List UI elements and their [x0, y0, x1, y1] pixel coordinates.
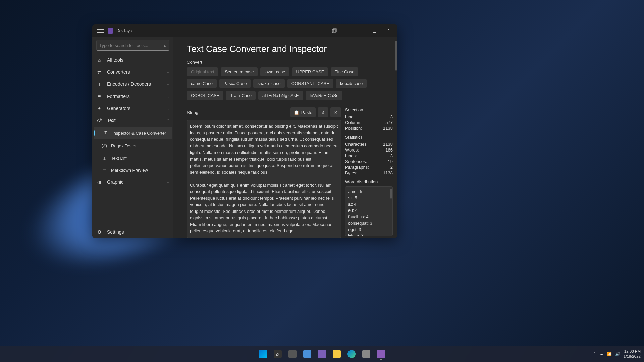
selection-position: 1138	[383, 126, 393, 131]
clear-button[interactable]: ✕	[330, 107, 341, 117]
tray-chevron-icon[interactable]: ⌃	[593, 352, 596, 356]
open-file-button[interactable]: 🗎	[318, 107, 328, 117]
chip-original[interactable]: Original text	[187, 67, 218, 76]
home-icon: ⌂	[96, 57, 102, 63]
chevron-down-icon: ⌄	[167, 180, 169, 184]
chevron-down-icon: ⌄	[167, 95, 169, 98]
taskbar-search[interactable]: ⌕	[271, 347, 284, 361]
chip-camel[interactable]: camelCase	[187, 79, 217, 88]
word-distribution[interactable]: amet: 5 sit: 5 at: 4 eu: 4 faucibus: 4 c…	[345, 186, 393, 236]
stats-lines: 3	[390, 153, 393, 158]
taskbar: ⌕ ⌃ ☁ 📶 🔊 12:00 PM 1/18/2022	[0, 346, 644, 362]
system-tray[interactable]: ⌃ ☁ 📶 🔊	[593, 352, 620, 356]
titlebar: DevToys	[92, 24, 397, 37]
gear-icon: ⚙	[96, 229, 102, 235]
clock[interactable]: 12:00 PM 1/18/2022	[624, 349, 641, 359]
text-content: Lorem ipsum dolor sit amet, consectetur …	[190, 123, 338, 234]
minimize-button[interactable]	[351, 24, 367, 37]
converter-icon: ⇄	[96, 69, 102, 75]
nav-converters[interactable]: ⇄ Converters ⌄	[92, 66, 173, 78]
graphic-icon: ◑	[96, 179, 102, 185]
nav-formatters[interactable]: ≡ Formatters ⌄	[92, 90, 173, 102]
convert-label: Convert	[187, 60, 397, 65]
chip-cobol[interactable]: COBOL-CASE	[187, 91, 223, 100]
formatter-icon: ≡	[96, 93, 102, 99]
stats-chars: 1138	[383, 142, 393, 147]
teams-chat[interactable]	[315, 347, 329, 361]
page-title: Text Case Converter and Inspector	[187, 44, 397, 54]
inspector-icon: T	[103, 131, 108, 135]
chevron-down-icon: ⌄	[167, 82, 169, 86]
sidebar: ⌕ ⌂ All tools ⇄ Converters ⌄ ◫ Encoders …	[92, 37, 173, 238]
regex-icon: (.*)	[102, 143, 107, 148]
nav-all-tools[interactable]: ⌂ All tools	[92, 54, 173, 66]
chip-title[interactable]: Title Case	[331, 67, 358, 76]
search-icon: ⌕	[164, 43, 166, 48]
chip-pascal[interactable]: PascalCase	[219, 79, 251, 88]
file-icon: 🗎	[321, 110, 325, 115]
scrollbar[interactable]	[395, 41, 397, 71]
chip-snake[interactable]: snake_case	[253, 79, 284, 88]
chip-sentence[interactable]: Sentence case	[221, 67, 258, 76]
encoder-icon: ◫	[96, 81, 102, 87]
file-explorer[interactable]	[330, 347, 343, 361]
hamburger-menu[interactable]	[97, 27, 104, 34]
wifi-icon[interactable]: 📶	[607, 352, 612, 356]
search-input[interactable]	[99, 43, 164, 48]
selection-heading: Selection	[345, 107, 393, 112]
search-box[interactable]: ⌕	[96, 40, 169, 51]
devtoys-taskbar[interactable]	[374, 347, 388, 361]
always-on-top-button[interactable]	[328, 24, 341, 37]
chip-constant[interactable]: CONSTANT_CASE	[287, 79, 333, 88]
chip-kebab[interactable]: kebab-case	[336, 79, 367, 88]
task-view[interactable]	[286, 347, 299, 361]
string-label: String	[187, 110, 288, 115]
app-title: DevToys	[116, 28, 132, 33]
stats-sentences: 19	[388, 159, 393, 164]
chip-lower[interactable]: lower case	[260, 67, 289, 76]
volume-icon[interactable]: 🔊	[615, 352, 620, 356]
chip-alternating[interactable]: aLtErNaTiNg cAsE	[258, 91, 303, 100]
clipboard-icon: 📋	[294, 110, 299, 115]
app-icon	[108, 28, 113, 34]
word-dist-heading: Word distribution	[345, 179, 393, 184]
app-window: DevToys ⌕ ⌂ All tools ⇄ Conver	[92, 24, 397, 238]
nav-text-markdown[interactable]: ▭ Markdown Preview	[92, 164, 173, 176]
diff-icon: ◫	[102, 156, 107, 160]
microsoft-store[interactable]	[360, 347, 373, 361]
chip-inverse[interactable]: InVeRsE CaSe	[306, 91, 343, 100]
chevron-up-icon: ⌃	[167, 119, 169, 122]
chip-train[interactable]: Train-Case	[226, 91, 256, 100]
nav-text-inspector[interactable]: T Inspector & Case Converter	[94, 127, 172, 139]
chip-upper[interactable]: UPPER CASE	[292, 67, 328, 76]
nav-text[interactable]: Aᵇ Text ⌃	[92, 114, 173, 126]
stats-words: 166	[385, 147, 393, 153]
edge-browser[interactable]	[345, 347, 358, 361]
start-button[interactable]	[256, 347, 270, 361]
stats-paragraphs: 2	[390, 165, 393, 170]
nav-text-regex[interactable]: (.*) Regex Tester	[92, 140, 173, 152]
text-input[interactable]: Lorem ipsum dolor sit amet, consectetur …	[187, 120, 341, 238]
scrollbar[interactable]	[390, 189, 392, 199]
nav-settings[interactable]: ⚙ Settings	[92, 226, 173, 238]
svg-rect-0	[332, 29, 335, 33]
svg-rect-3	[373, 29, 376, 33]
close-button[interactable]	[382, 24, 397, 37]
chip-row: Original text Sentence case lower case U…	[187, 67, 397, 100]
selection-line: 3	[390, 114, 393, 119]
markdown-icon: ▭	[102, 168, 107, 172]
maximize-button[interactable]	[367, 24, 382, 37]
stats-bytes: 1138	[383, 170, 393, 175]
text-icon: Aᵇ	[96, 117, 102, 123]
paste-button[interactable]: 📋 Paste	[290, 107, 316, 117]
svg-rect-1	[333, 29, 336, 32]
stats-heading: Statistics	[345, 135, 393, 140]
nav-generators[interactable]: ✦ Generators ⌄	[92, 102, 173, 114]
nav-graphic[interactable]: ◑ Graphic ⌄	[92, 176, 173, 188]
onedrive-icon[interactable]: ☁	[599, 352, 603, 356]
chevron-down-icon: ⌄	[167, 70, 169, 74]
nav-text-diff[interactable]: ◫ Text Diff	[92, 152, 173, 164]
content-area: Text Case Converter and Inspector Conver…	[173, 37, 397, 238]
nav-encoders[interactable]: ◫ Encoders / Decoders ⌄	[92, 78, 173, 90]
widgets[interactable]	[301, 347, 314, 361]
